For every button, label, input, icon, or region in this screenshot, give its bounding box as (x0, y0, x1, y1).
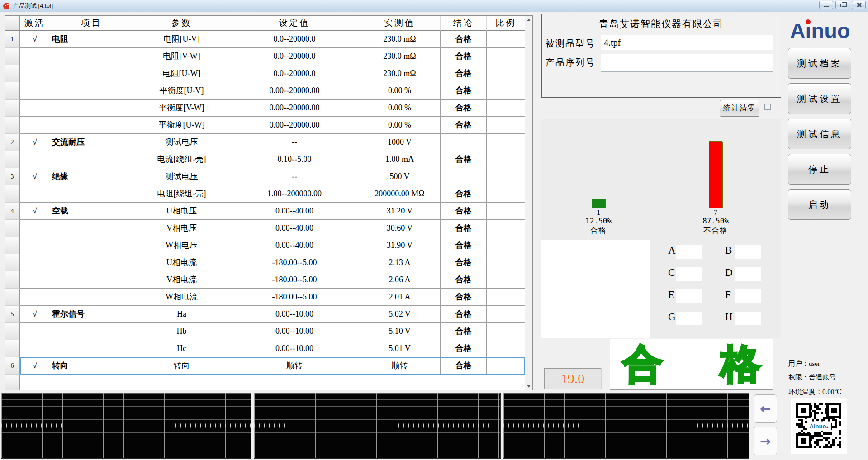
verdict-char-2: 格 (721, 345, 760, 384)
fail-bar (709, 141, 723, 208)
row-ratio (487, 151, 525, 168)
row-active-checkmark[interactable] (20, 185, 50, 203)
row-active-checkmark[interactable] (20, 237, 50, 254)
stop-button[interactable]: 停止 (788, 154, 851, 185)
table-row[interactable]: 5 √ 霍尔信号 Ha 0.00--10.00 5.02 V 合格 (5, 306, 532, 323)
clear-statistics-checkbox[interactable] (764, 104, 771, 110)
sidebar-divider-right (862, 14, 862, 455)
scroll-down-button[interactable] (525, 382, 532, 390)
row-active-checkmark[interactable]: √ (20, 306, 50, 323)
row-active-checkmark[interactable]: √ (20, 357, 50, 375)
row-result: 合格 (441, 100, 487, 117)
row-result: 合格 (441, 185, 487, 203)
row-ratio (487, 289, 525, 306)
row-measured-value: 2.13 A (359, 254, 441, 271)
table-row[interactable]: V相电流 -180.00--5.00 2.06 A 合格 (5, 271, 532, 289)
row-active-checkmark[interactable] (20, 220, 50, 237)
minimize-button[interactable] (819, 1, 833, 9)
table-row[interactable]: Hb 0.00--10.00 5.10 V 合格 (5, 323, 532, 340)
table-row[interactable]: 4 √ 空载 U相电压 0.00--40.00 31.20 V 合格 (5, 203, 532, 220)
row-active-checkmark[interactable] (20, 151, 50, 168)
row-measured-value: 2.01 A (359, 289, 441, 306)
row-set-value: -180.00--5.00 (230, 289, 359, 306)
row-item-name: 电阻 (50, 31, 133, 48)
row-measured-value: 2.06 A (359, 271, 441, 289)
row-active-checkmark[interactable] (20, 340, 50, 357)
row-active-checkmark[interactable]: √ (20, 168, 50, 185)
test-archive-button[interactable]: 测试档案 (788, 48, 851, 79)
next-page-button[interactable]: → (754, 427, 777, 455)
row-ratio (487, 271, 525, 289)
table-row[interactable]: 6 √ 转向 转向 顺转 顺转 合格 (5, 357, 532, 375)
table-row[interactable]: W相电压 0.00--40.00 31.90 V 合格 (5, 237, 532, 254)
table-row[interactable]: 2 √ 交流耐压 测试电压 -- 1000 V (5, 134, 532, 151)
test-info-button[interactable]: 测试信息 (788, 119, 851, 149)
row-set-value: 0.0--20000.0 (230, 65, 359, 82)
temperature-display: 19.0 (544, 368, 601, 389)
row-active-checkmark[interactable]: √ (20, 134, 50, 151)
clear-statistics-button[interactable]: 统计清零 (720, 100, 759, 117)
table-row[interactable]: 电流[绕组-壳] 0.10--5.00 1.00 mA 合格 (5, 151, 532, 168)
test-settings-button[interactable]: 测试设置 (788, 83, 851, 114)
bin-field-e[interactable] (676, 289, 702, 303)
close-button[interactable] (852, 1, 866, 9)
row-active-checkmark[interactable]: √ (20, 203, 50, 220)
table-row[interactable]: V相电压 0.00--40.00 30.60 V 合格 (5, 220, 532, 237)
table-row[interactable]: 电阻[V-W] 0.0--20000.0 230.0 mΩ 合格 (5, 48, 532, 65)
prev-page-button[interactable]: ← (754, 394, 777, 423)
table-row[interactable]: Hc 0.00--10.00 5.01 V 合格 (5, 340, 532, 357)
scroll-up-button[interactable] (525, 16, 532, 24)
table-row[interactable]: 电阻[绕组-壳] 1.00--200000.00 200000.00 MΩ 合格 (5, 185, 532, 203)
pass-percent: 12.50% (585, 217, 612, 226)
row-active-checkmark[interactable] (20, 254, 50, 271)
bin-field-f[interactable] (735, 289, 761, 303)
row-active-checkmark[interactable] (20, 289, 50, 306)
row-parameter: Hb (133, 323, 230, 340)
header-corner (5, 16, 20, 31)
row-result: 合格 (441, 357, 487, 375)
bin-field-c[interactable] (676, 267, 702, 281)
bin-field-d[interactable] (735, 267, 761, 281)
row-measured-value: 顺转 (359, 357, 441, 375)
bin-field-h[interactable] (735, 312, 761, 325)
row-active-checkmark[interactable] (20, 82, 50, 100)
row-active-checkmark[interactable] (20, 48, 50, 65)
bin-field-a[interactable] (676, 245, 702, 259)
bin-field-g[interactable] (676, 312, 702, 325)
header-measured-value: 实测值 (359, 16, 441, 31)
table-row[interactable]: 电阻[U-W] 0.0--20000.0 230.0 mΩ 合格 (5, 65, 532, 82)
row-active-checkmark[interactable] (20, 271, 50, 289)
row-measured-value: 31.20 V (359, 203, 441, 220)
bin-field-b[interactable] (735, 245, 761, 259)
table-row[interactable]: 1 √ 电阻 电阻[U-V] 0.0--20000.0 230.0 mΩ 合格 (5, 31, 532, 48)
row-item-name (50, 254, 133, 271)
row-set-value: 0.00--40.00 (230, 237, 359, 254)
table-row[interactable]: 3 √ 绝缘 测试电压 -- 500 V (5, 168, 532, 185)
pass-bar (592, 199, 606, 208)
app-icon (3, 3, 10, 9)
row-active-checkmark[interactable] (20, 100, 50, 117)
table-vertical-scrollbar[interactable] (525, 16, 532, 390)
table-row[interactable]: W相电流 -180.00--5.00 2.01 A 合格 (5, 289, 532, 306)
row-ratio (487, 134, 525, 151)
serial-input[interactable] (601, 54, 773, 72)
row-active-checkmark[interactable] (20, 117, 50, 134)
row-item-name (50, 48, 133, 65)
table-row[interactable]: 平衡度[U-V] 0.00--20000.00 0.00 % 合格 (5, 82, 532, 100)
table-row[interactable]: 平衡度[U-W] 0.00--20000.00 0.00 % 合格 (5, 117, 532, 134)
row-active-checkmark[interactable]: √ (20, 31, 50, 48)
row-active-checkmark[interactable] (20, 65, 50, 82)
row-item-name: 霍尔信号 (50, 306, 133, 323)
table-row[interactable]: U相电流 -180.00--5.00 2.13 A 合格 (5, 254, 532, 271)
start-button[interactable]: 启动 (788, 189, 851, 220)
row-parameter: 电流[绕组-壳] (133, 151, 230, 168)
test-items-table: 激活 项目 参数 设定值 实测值 结论 比例 1 √ 电阻 电阻[U-V] 0.… (5, 15, 533, 390)
table-row[interactable]: 平衡度[V-W] 0.00--20000.00 0.00 % 合格 (5, 100, 532, 117)
row-measured-value: 0.00 % (359, 82, 441, 100)
model-input[interactable] (601, 35, 773, 50)
row-result: 合格 (441, 237, 487, 254)
restore-button[interactable] (835, 1, 849, 9)
row-number: 3 (5, 168, 20, 185)
row-number (5, 117, 20, 134)
row-active-checkmark[interactable] (20, 323, 50, 340)
